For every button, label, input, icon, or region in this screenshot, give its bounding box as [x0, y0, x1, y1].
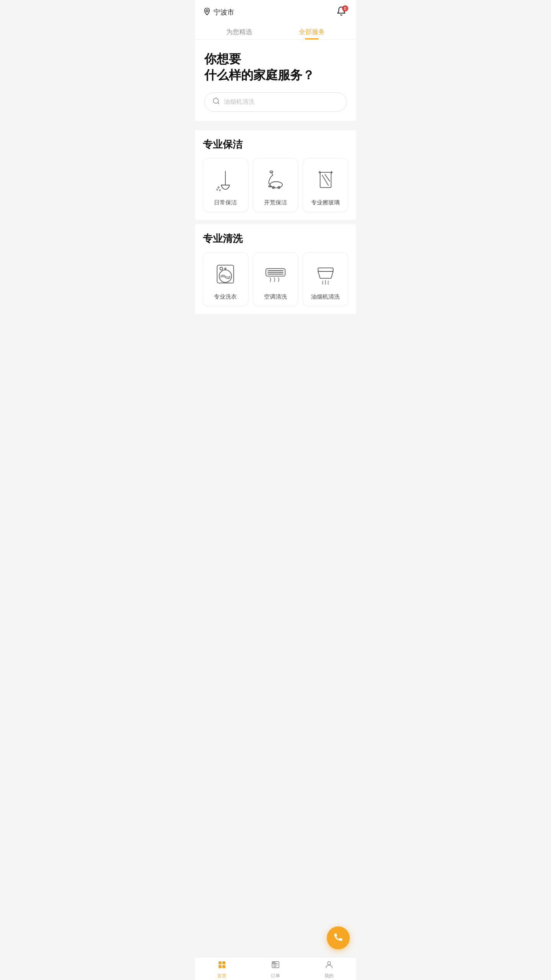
svg-rect-31 — [218, 961, 222, 964]
section-cleaning-title: 专业保洁 — [203, 138, 348, 151]
service-card-window-cleaning[interactable]: 专业擦玻璃 — [303, 158, 348, 212]
washing-cards-row: 专业洗衣 — [203, 252, 348, 308]
nav-profile-label: 我的 — [324, 973, 334, 979]
search-icon — [212, 97, 220, 107]
tab-all-services[interactable]: 全部服务 — [276, 23, 348, 39]
phone-icon — [333, 931, 344, 945]
svg-rect-34 — [222, 965, 225, 968]
daily-cleaning-icon — [210, 165, 241, 195]
hood-cleaning-label: 油烟机清洗 — [311, 293, 340, 301]
notification-badge: 0 — [342, 5, 348, 11]
nav-orders-label: 订单 — [271, 973, 280, 979]
nav-home[interactable]: 首页 — [195, 957, 249, 980]
window-cleaning-label: 专业擦玻璃 — [311, 199, 340, 206]
svg-point-5 — [218, 187, 220, 188]
deep-cleaning-label: 开荒保洁 — [264, 199, 287, 206]
search-bar[interactable]: 油烟机清洗 — [204, 92, 347, 112]
svg-point-40 — [328, 962, 331, 965]
svg-point-25 — [223, 268, 223, 269]
home-icon — [217, 960, 227, 972]
phone-fab-button[interactable] — [327, 926, 350, 949]
service-card-laundry[interactable]: 专业洗衣 — [203, 252, 248, 306]
service-card-ac-cleaning[interactable]: 空调清洗 — [253, 252, 298, 306]
svg-rect-33 — [218, 965, 222, 968]
location-area[interactable]: 宁波市 — [203, 7, 234, 18]
svg-rect-39 — [273, 962, 275, 964]
svg-point-24 — [225, 268, 227, 270]
laundry-icon — [210, 259, 241, 289]
orders-icon — [271, 960, 280, 972]
svg-line-15 — [322, 175, 328, 186]
hero-title: 你想要 什么样的家庭服务？ — [204, 51, 347, 83]
svg-point-23 — [220, 267, 223, 270]
profile-icon — [324, 960, 334, 972]
search-placeholder: 油烟机清洗 — [224, 98, 254, 106]
location-icon — [203, 7, 211, 18]
ac-cleaning-icon — [260, 259, 291, 289]
daily-cleaning-label: 日常保洁 — [214, 199, 237, 206]
hood-cleaning-icon — [310, 259, 341, 289]
svg-rect-30 — [318, 268, 333, 271]
ac-cleaning-label: 空调清洗 — [264, 293, 287, 301]
bottom-navigation: 首页 订单 我的 — [195, 957, 356, 980]
cleaning-cards-row: 日常保洁 — [203, 158, 348, 214]
svg-line-2 — [218, 103, 219, 104]
section-washing-title: 专业清洗 — [203, 232, 348, 245]
svg-rect-14 — [320, 172, 331, 188]
section-cleaning: 专业保洁 日常保洁 — [195, 130, 356, 220]
hero-section: 你想要 什么样的家庭服务？ 油烟机清洗 — [195, 40, 356, 121]
svg-point-0 — [206, 10, 208, 12]
svg-rect-32 — [222, 961, 225, 964]
nav-home-label: 首页 — [217, 973, 227, 979]
nav-orders[interactable]: 订单 — [249, 957, 302, 980]
svg-point-6 — [217, 189, 218, 190]
svg-point-7 — [220, 190, 221, 191]
section-washing: 专业清洗 — [195, 224, 356, 314]
svg-point-8 — [270, 182, 282, 188]
app-header: 宁波市 0 — [195, 0, 356, 23]
laundry-label: 专业洗衣 — [214, 293, 237, 301]
nav-profile[interactable]: 我的 — [302, 957, 356, 980]
window-cleaning-icon — [310, 165, 341, 195]
notification-button[interactable]: 0 — [334, 5, 348, 19]
svg-rect-10 — [270, 171, 273, 173]
tab-bar: 为您精选 全部服务 — [195, 23, 356, 40]
location-text: 宁波市 — [214, 8, 234, 17]
service-card-deep-cleaning[interactable]: 开荒保洁 — [253, 158, 298, 212]
service-card-daily-cleaning[interactable]: 日常保洁 — [203, 158, 248, 212]
service-card-hood-cleaning[interactable]: 油烟机清洗 — [303, 252, 348, 306]
tab-recommended[interactable]: 为您精选 — [203, 23, 276, 39]
main-content: 专业保洁 日常保洁 — [195, 121, 356, 349]
deep-cleaning-icon — [260, 165, 291, 195]
